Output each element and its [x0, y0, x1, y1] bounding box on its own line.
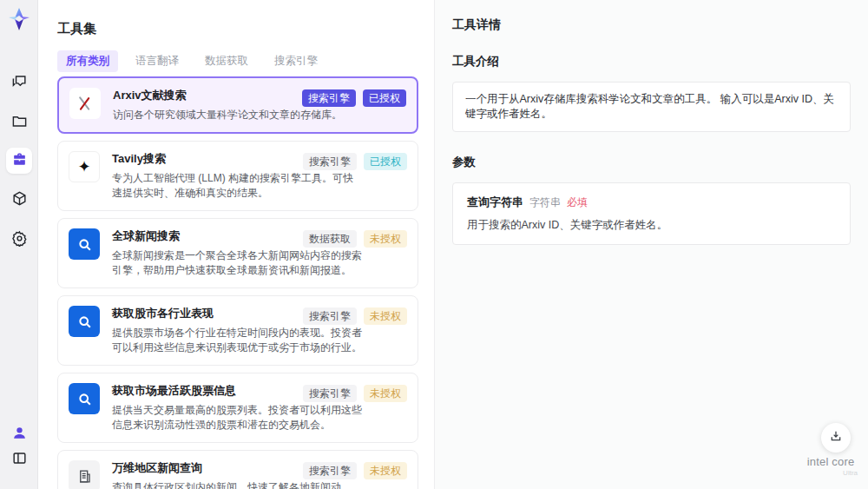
gear-icon — [11, 230, 28, 250]
category-tag: 搜索引擎 — [303, 307, 357, 325]
blue-search-icon — [69, 383, 100, 414]
briefcase-icon — [11, 151, 28, 171]
tool-card-sector-performance[interactable]: 获取股市各行业表现 提供股票市场各个行业在特定时间段内的表现。投资者可以利用这些… — [57, 295, 418, 366]
tool-description: 提供当天交易量最高的股票列表。投资者可以利用这些信息来识别流动性强的股票和潜在的… — [112, 403, 362, 433]
tool-description: 访问各个研究领域大量科学论文和文章的存储库。 — [113, 108, 363, 122]
auth-status-badge: 未授权 — [364, 385, 407, 402]
category-tag: 搜索引擎 — [303, 385, 357, 402]
intro-heading: 工具介绍 — [452, 54, 851, 69]
tab-all-categories[interactable]: 所有类别 — [57, 50, 118, 72]
page-title: 工具集 — [57, 21, 96, 37]
sidebar-item-collapse[interactable] — [6, 446, 32, 472]
tab-language-translation[interactable]: 语言翻译 — [127, 50, 187, 72]
parameter-name: 查询字符串 — [467, 195, 523, 210]
intel-core-logo: intel core Ultra — [800, 455, 861, 477]
tool-card-regional-news[interactable]: 万维地区新闻查询 查询具体行政区划内的新闻，快速了解各地新闻动 搜索引擎 未授权 — [57, 450, 418, 489]
detail-title: 工具详情 — [452, 17, 851, 33]
tab-data-fetch[interactable]: 数据获取 — [196, 50, 257, 72]
category-tabs: 所有类别 语言翻译 数据获取 搜索引擎 — [57, 50, 326, 72]
parameter-description: 用于搜索的Arxiv ID、关键字或作者姓名。 — [467, 218, 836, 233]
sidebar-item-tools[interactable] — [6, 148, 32, 174]
params-heading: 参数 — [452, 155, 851, 170]
auth-status-badge: 已授权 — [364, 153, 407, 170]
sidebar-item-account[interactable] — [6, 421, 32, 447]
tab-search-engine[interactable]: 搜索引擎 — [266, 50, 326, 72]
auth-status-badge: 未授权 — [364, 307, 407, 325]
tool-intro-text: 一个用于从Arxiv存储库搜索科学论文和文章的工具。 输入可以是Arxiv ID… — [452, 82, 851, 132]
user-icon — [11, 425, 28, 445]
tool-description: 专为人工智能代理 (LLM) 构建的搜索引擎工具。可快速提供实时、准确和真实的结… — [112, 171, 362, 201]
tool-description: 全球新闻搜索是一个聚合全球各大新闻网站内容的搜索引擎，帮助用户快速获取全球最新资… — [112, 248, 362, 278]
tool-card-most-active-stocks[interactable]: 获取市场最活跃股票信息 提供当天交易量最高的股票列表。投资者可以利用这些信息来识… — [57, 373, 418, 443]
auth-status-badge: 已授权 — [363, 89, 406, 107]
arxiv-logo-icon — [69, 88, 101, 119]
download-button[interactable] — [821, 423, 851, 453]
parameter-required-flag: 必填 — [567, 195, 588, 210]
tool-description: 提供股票市场各个行业在特定时间段内的表现。投资者可以利用这些信息来识别表现优于或… — [112, 326, 362, 355]
tool-list: Arxiv文献搜索 访问各个研究领域大量科学论文和文章的存储库。 搜索引擎 已授… — [57, 76, 418, 489]
tool-card-arxiv[interactable]: Arxiv文献搜索 访问各个研究领域大量科学论文和文章的存储库。 搜索引擎 已授… — [57, 76, 418, 134]
news-building-icon — [69, 460, 100, 489]
tool-detail-panel: 工具详情 工具介绍 一个用于从Arxiv存储库搜索科学论文和文章的工具。 输入可… — [434, 0, 868, 489]
intel-core-logo-text: intel core — [800, 455, 861, 468]
folder-icon — [11, 113, 28, 133]
category-tag: 搜索引擎 — [303, 153, 357, 170]
download-icon — [829, 429, 843, 446]
category-tag: 数据获取 — [303, 230, 357, 248]
blue-search-icon — [69, 306, 100, 337]
sidebar-item-chat[interactable] — [6, 69, 32, 96]
blue-search-icon — [69, 228, 100, 260]
parameter-item: 查询字符串 字符串 必填 用于搜索的Arxiv ID、关键字或作者姓名。 — [452, 182, 851, 245]
cube-icon — [11, 190, 28, 210]
app-window: 工具集 所有类别 语言翻译 数据获取 搜索引擎 Arxiv文献搜索 访问各个研究… — [0, 0, 868, 489]
sidebar-item-models[interactable] — [6, 187, 32, 213]
chat-icon — [11, 73, 28, 93]
tavily-star-icon: ✦ — [69, 151, 100, 182]
sidebar-item-settings[interactable] — [6, 227, 32, 253]
auth-status-badge: 未授权 — [364, 230, 407, 248]
tool-card-global-news[interactable]: 全球新闻搜索 全球新闻搜索是一个聚合全球各大新闻网站内容的搜索引擎，帮助用户快速… — [57, 218, 418, 288]
category-tag: 搜索引擎 — [302, 89, 356, 107]
parameter-type: 字符串 — [529, 195, 561, 210]
auth-status-badge: 未授权 — [364, 462, 407, 479]
intel-core-ultra-text: Ultra — [800, 469, 861, 477]
tool-card-tavily[interactable]: ✦ Tavily搜索 专为人工智能代理 (LLM) 构建的搜索引擎工具。可快速提… — [57, 141, 418, 211]
left-sidebar — [0, 0, 38, 489]
sidebar-item-files[interactable] — [6, 109, 32, 135]
category-tag: 搜索引擎 — [303, 462, 357, 479]
collapse-panel-icon — [11, 450, 28, 470]
toolset-panel: 工具集 所有类别 语言翻译 数据获取 搜索引擎 Arxiv文献搜索 访问各个研究… — [38, 0, 434, 489]
tool-description: 查询具体行政区划内的新闻，快速了解各地新闻动 — [112, 480, 362, 489]
app-logo-icon[interactable] — [7, 7, 31, 31]
